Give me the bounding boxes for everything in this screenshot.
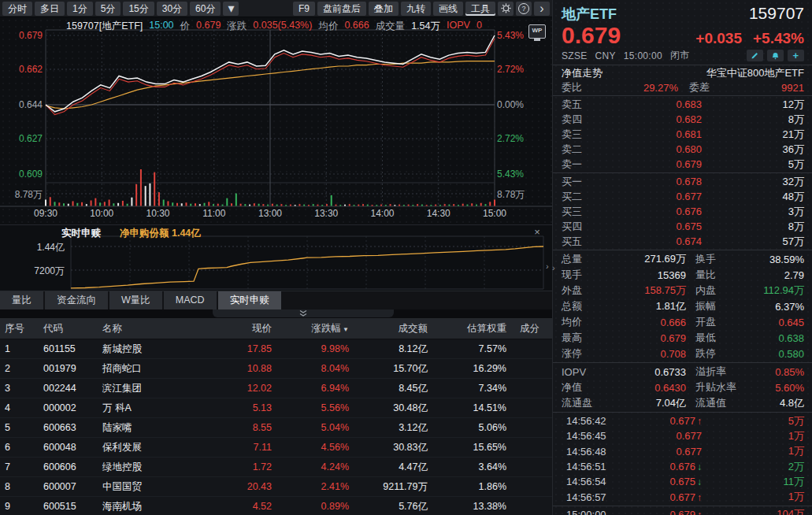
table-row-600048[interactable]: 6600048保利发展7.114.56%30.83亿15.65% (0, 438, 552, 458)
level-price: 0.674 (598, 235, 702, 247)
period-dropdown-icon[interactable]: ▾ (223, 2, 239, 16)
edit-icon[interactable] (747, 50, 763, 61)
stat-value: 0.638 (755, 332, 804, 344)
tick-list[interactable]: 14:56:420.677↑5万14:56:450.6771万14:56:480… (553, 413, 812, 505)
stat-value: 0.6430 (607, 382, 686, 394)
divider (553, 95, 812, 96)
cell-pct: 4.24% (294, 458, 349, 476)
intraday-chart[interactable] (0, 17, 552, 224)
tool-button-F9[interactable]: F9 (293, 2, 315, 16)
bid-level-买二[interactable]: 买二0.67748万 (553, 189, 812, 204)
ask-level-卖二[interactable]: 卖二0.68036万 (553, 142, 812, 157)
bid-level-买四[interactable]: 买四0.6758万 (553, 219, 812, 234)
table-row-600515[interactable]: 9600515海南机场4.520.89%5.76亿13.38% (0, 497, 552, 515)
cell-code: 600515 (43, 497, 76, 515)
price-change: +0.035 (695, 30, 742, 47)
weicha-value: 9921 (716, 82, 804, 94)
collapse-handle[interactable] (213, 309, 394, 317)
ask-level-卖三[interactable]: 卖三0.68121万 (553, 127, 812, 142)
tick-volume: 1万 (702, 490, 804, 504)
level-volume: 36万 (702, 143, 804, 157)
tick-price: 0.677 (626, 446, 702, 458)
tab-MACD[interactable]: MACD (164, 291, 217, 309)
cell-turnover: 8.12亿 (353, 339, 428, 358)
close-icon[interactable]: × (531, 226, 543, 239)
cell-seq: 1 (5, 339, 10, 358)
tool-button-工具[interactable]: 工具 (465, 2, 495, 16)
tool-button-盘前盘后[interactable]: 盘前盘后 (317, 2, 366, 16)
period-button-15分[interactable]: 15分 (123, 2, 154, 16)
x-axis-time-label: 13:30 (314, 208, 338, 219)
cell-name: 陆家嘴 (102, 418, 132, 437)
tab-实时申赎[interactable]: 实时申赎 (218, 291, 281, 309)
tab-资金流向[interactable]: 资金流向 (45, 291, 108, 309)
nav-trend-label[interactable]: 净值走势 (562, 66, 603, 80)
tool-button-九转[interactable]: 九转 (401, 2, 431, 16)
period-button-多日[interactable]: 多日 (35, 2, 65, 16)
level-label: 买三 (562, 205, 598, 219)
table-row-600007[interactable]: 8600007中国国贸20.432.41%9211.79万1.86% (0, 477, 552, 497)
period-button-分时[interactable]: 分时 (2, 2, 32, 16)
y-axis-pct-label: 5.43% (497, 30, 524, 41)
ask-level-卖五[interactable]: 卖五0.68312万 (553, 97, 812, 112)
tick-price: 0.679↑ (626, 509, 702, 515)
cell-name: 招商蛇口 (102, 359, 142, 378)
tick-volume: 1万 (702, 429, 804, 443)
table-row-002244[interactable]: 3002244滨江集团12.026.94%8.45亿7.34% (0, 379, 552, 398)
tab-W量比[interactable]: W量比 (109, 291, 162, 309)
period-button-1分[interactable]: 1分 (67, 2, 93, 16)
col-weight[interactable]: 估算权重 (432, 318, 506, 339)
col-pct-sort[interactable]: 涨跌幅▼ (294, 318, 349, 340)
tick-time: 15:00:00 (566, 509, 626, 515)
level-volume: 48万 (702, 190, 804, 204)
cell-turnover: 15.70亿 (353, 359, 428, 378)
table-row-000002[interactable]: 4000002万 科A5.135.56%30.48亿14.51% (0, 398, 552, 418)
add-icon[interactable]: + (788, 50, 804, 61)
tab-量比[interactable]: 量比 (0, 291, 43, 309)
chart-header-readout: 159707[地产ETF] 15:00 价 0.679 涨跌 0.035(5.4… (66, 20, 482, 33)
tick-time: 14:56:54 (566, 476, 626, 487)
level-label: 卖四 (562, 113, 598, 127)
alert-bell-icon[interactable] (767, 50, 784, 61)
period-button-30分[interactable]: 30分 (157, 2, 187, 16)
period-button-5分[interactable]: 5分 (95, 2, 121, 16)
period-button-60分[interactable]: 60分 (190, 2, 221, 16)
stat-value: 2.79 (755, 269, 804, 281)
col-price[interactable]: 现价 (217, 318, 272, 339)
chevron-right-icon[interactable]: › (546, 261, 549, 271)
stat-value: 0.666 (607, 317, 686, 328)
divider (553, 412, 812, 413)
stat-label: 涨停 (562, 346, 607, 361)
col-turnover[interactable]: 成交额 (353, 318, 428, 339)
ask-level-卖一[interactable]: 卖一0.6795万 (553, 157, 812, 172)
cell-code: 600606 (43, 458, 76, 476)
tool-button-叠加[interactable]: 叠加 (369, 2, 399, 16)
tool-button-画线[interactable]: 画线 (433, 2, 463, 16)
subchart-y-label: 1.44亿 (0, 241, 65, 254)
stat-label: 流通盘 (562, 396, 607, 410)
toolbar-more-icon[interactable]: › (534, 2, 550, 16)
bid-level-买五[interactable]: 买五0.67457万 (553, 234, 812, 249)
bid-level-买三[interactable]: 买三0.6763万 (553, 204, 812, 219)
divider (553, 65, 812, 65)
settings-gear-icon[interactable] (498, 2, 514, 16)
stat-label: 现手 (562, 268, 607, 282)
x-axis-time-label: 15:00 (483, 208, 506, 219)
panel-splitter-handle[interactable]: › (552, 260, 558, 276)
table-row-600663[interactable]: 5600663陆家嘴8.555.04%3.12亿5.06% (0, 418, 552, 438)
cell-price: 10.88 (217, 359, 272, 378)
cell-name: 保利发展 (102, 438, 142, 457)
stat-label: 量比 (686, 268, 755, 282)
cell-seq: 4 (5, 398, 10, 417)
iopv-value: 0 (476, 20, 482, 33)
table-row-001979[interactable]: 2001979招商蛇口10.888.04%15.70亿16.29% (0, 359, 552, 379)
tick-time: 14:56:57 (566, 491, 626, 503)
table-row-601155[interactable]: 1601155新城控股17.859.98%8.12亿7.57% (0, 339, 552, 359)
ask-level-卖四[interactable]: 卖四0.6828万 (553, 112, 812, 127)
bid-level-买一[interactable]: 买一0.67832万 (553, 174, 812, 189)
level-label: 买五 (562, 235, 598, 249)
level-price: 0.681 (598, 128, 702, 140)
help-icon[interactable]: ? (516, 2, 532, 16)
table-row-600606[interactable]: 7600606绿地控股1.724.24%4.47亿3.64% (0, 458, 552, 477)
stat-value: 0.580 (755, 348, 804, 360)
